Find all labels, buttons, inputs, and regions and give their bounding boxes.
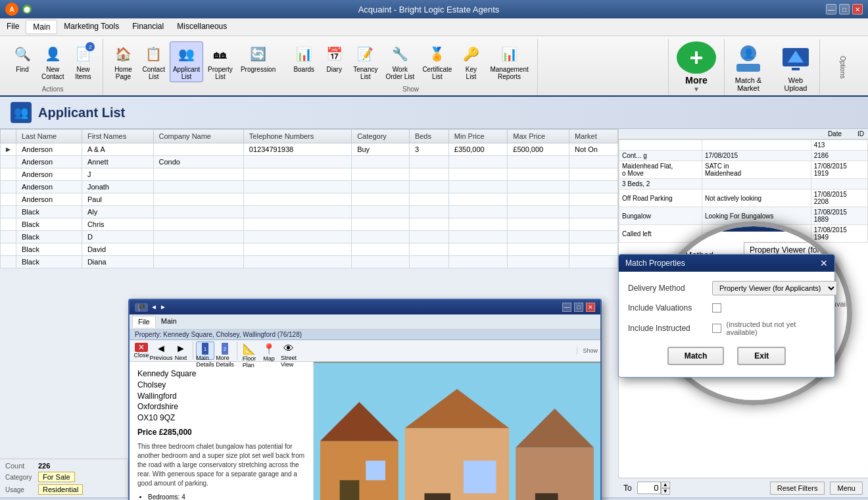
ribbon-btn-match-market[interactable]: 👤 Match &Market bbox=[725, 39, 772, 95]
web-upload-icon bbox=[779, 42, 812, 75]
ribbon-btn-options[interactable]: Options bbox=[819, 39, 865, 95]
cell-market: Not On bbox=[569, 143, 618, 156]
ribbon-nav-buttons: 🏠 HomePage 📋 ContactList 👥 ApplicantList… bbox=[108, 41, 279, 82]
reset-filters-btn[interactable]: Reset Filters bbox=[770, 482, 825, 495]
ribbon-btn-property-list[interactable]: 🏘 PropertyList bbox=[205, 41, 236, 82]
menu-misc[interactable]: Miscellaneous bbox=[170, 20, 233, 34]
svg-rect-16 bbox=[516, 447, 594, 500]
ribbon-btn-new-items[interactable]: 📄 2 NewItems bbox=[68, 41, 97, 82]
minimize-btn[interactable]: — bbox=[826, 4, 836, 14]
ribbon-btn-mgmt[interactable]: 📊 ManagementReports bbox=[487, 41, 531, 82]
table-row[interactable]: Anderson Paul bbox=[1, 193, 618, 206]
ribbon-btn-home[interactable]: 🏠 HomePage bbox=[108, 41, 137, 82]
match-btn[interactable]: Match bbox=[667, 347, 725, 365]
table-row[interactable]: Anderson J bbox=[1, 168, 618, 181]
menu-btn[interactable]: Menu bbox=[830, 482, 863, 495]
ribbon-btn-workorder[interactable]: 🔧 WorkOrder List bbox=[382, 41, 418, 82]
main-details-icon: 1 bbox=[202, 343, 208, 355]
ribbon-btn-applicant-list[interactable]: 👥 ApplicantList bbox=[170, 41, 203, 82]
cell-tel: 01234791938 bbox=[243, 143, 351, 156]
table-row[interactable]: Black Aly bbox=[1, 206, 618, 218]
more-details-icon: 2 bbox=[222, 343, 228, 355]
exit-btn[interactable]: Exit bbox=[737, 347, 786, 365]
popup-map-btn[interactable]: 📍 Map bbox=[260, 341, 278, 360]
table-row[interactable]: ▶ Anderson A & A 01234791938 Buy 3 £350,… bbox=[1, 143, 618, 156]
property-bar: Property: Kennedy Square, Cholsey, Walli… bbox=[130, 330, 600, 340]
category-value: For Sale bbox=[38, 472, 75, 482]
ribbon-btn-certificate[interactable]: 🏅 CertificateList bbox=[419, 41, 455, 82]
table-row[interactable]: Black Chris bbox=[1, 218, 618, 231]
popup-menu-main[interactable]: Main bbox=[156, 316, 182, 328]
menu-file[interactable]: File bbox=[0, 20, 26, 34]
to-spinner[interactable]: 0 ▲ ▼ bbox=[637, 482, 670, 495]
ribbon-btn-progression[interactable]: 🔄 Progression bbox=[237, 41, 279, 75]
popup-menu-file[interactable]: File bbox=[132, 316, 156, 328]
svg-rect-5 bbox=[792, 68, 800, 70]
table-row[interactable]: 3 Beds, 2 bbox=[619, 179, 868, 189]
popup-content: Kennedy Square Cholsey Wallingford Oxfor… bbox=[130, 362, 600, 500]
table-row[interactable]: Maidenhead Flat, o Move SATC in Maidenhe… bbox=[619, 161, 868, 179]
address-county: Wallingford bbox=[137, 391, 305, 402]
popup-flag-icon: 🏴 bbox=[135, 303, 148, 312]
menu-main[interactable]: Main bbox=[26, 20, 57, 34]
ribbon-btn-contact-list[interactable]: 📋 ContactList bbox=[139, 41, 168, 82]
maximize-btn[interactable]: □ bbox=[839, 4, 850, 14]
col-lastname: Last Name bbox=[16, 130, 82, 143]
table-row[interactable]: Anderson Jonath bbox=[1, 181, 618, 193]
popup-main-details-btn[interactable]: 1 MainDetails bbox=[196, 341, 214, 360]
popup-floor-plan-btn[interactable]: 📐 FloorPlan bbox=[240, 341, 258, 360]
popup-close-icon-btn[interactable]: ✕ Close bbox=[132, 341, 151, 360]
table-row[interactable]: Off Road ParkingNot actively looking17/0… bbox=[619, 189, 868, 207]
table-row[interactable]: Black D bbox=[1, 231, 618, 243]
table-row[interactable]: 413 bbox=[619, 140, 868, 151]
ribbon-btn-find[interactable]: 🔍 Find bbox=[8, 41, 37, 75]
popup-next-btn[interactable]: ► Next bbox=[172, 341, 190, 360]
popup-maximize-btn[interactable]: □ bbox=[574, 303, 583, 312]
table-row[interactable]: BungalowLooking For Bungalows17/08/20151… bbox=[619, 207, 868, 225]
delivery-method-select[interactable]: Property Viewer (for Applicants) Email P… bbox=[712, 281, 837, 295]
ribbon-btn-web-upload[interactable]: WebUpload bbox=[772, 39, 819, 95]
table-row[interactable]: Black David bbox=[1, 243, 618, 256]
col-category: Category bbox=[352, 130, 410, 143]
table-row[interactable]: Called left17/08/20151949 bbox=[619, 225, 868, 243]
include-valuations-checkbox[interactable] bbox=[712, 303, 721, 312]
spinner-up[interactable]: ▲ bbox=[661, 482, 670, 488]
ribbon-btn-boards[interactable]: 📊 Boards bbox=[289, 41, 318, 75]
more-label: More bbox=[685, 75, 707, 86]
to-input[interactable]: 0 bbox=[637, 482, 661, 494]
ribbon-actions-buttons: 🔍 Find 👤 NewContact 📄 2 NewItems bbox=[8, 41, 97, 82]
popup-street-view-btn[interactable]: 👁 StreetView bbox=[279, 341, 298, 360]
property-description: This three bedroom chalet bungalow has p… bbox=[137, 442, 305, 488]
match-dialog-close[interactable]: ✕ bbox=[820, 258, 828, 268]
popup-more-details-btn[interactable]: 2 MoreDetails bbox=[216, 341, 234, 360]
menu-financial[interactable]: Financial bbox=[126, 20, 170, 34]
col-arrow bbox=[1, 130, 16, 143]
close-btn[interactable]: ✕ bbox=[852, 4, 863, 14]
popup-close-btn[interactable]: ✕ bbox=[586, 303, 595, 312]
more-section[interactable]: + More ▼ bbox=[668, 39, 725, 95]
spinner-down[interactable]: ▼ bbox=[661, 488, 670, 495]
ribbon-btn-tenancy[interactable]: 📝 TenancyList bbox=[350, 41, 381, 82]
match-properties-dialog: Match Properties ✕ Delivery Method Prope… bbox=[618, 254, 835, 378]
spinner-controls[interactable]: ▲ ▼ bbox=[661, 482, 670, 495]
ribbon-btn-diary[interactable]: 📅 Diary bbox=[320, 41, 349, 75]
table-row[interactable]: Anderson Annett Condo bbox=[1, 156, 618, 168]
detail-bedrooms: Bedrooms: 4 bbox=[148, 493, 305, 500]
new-contact-icon: 👤 bbox=[42, 43, 63, 64]
popup-window-controls[interactable]: — □ ✕ bbox=[562, 303, 595, 312]
popup-back-icon: ◄ bbox=[151, 303, 157, 312]
menu-marketing[interactable]: Marketing Tools bbox=[57, 20, 126, 34]
ribbon-btn-new-contact[interactable]: 👤 NewContact bbox=[38, 41, 67, 82]
logo-icon: A bbox=[5, 3, 18, 16]
popup-minimize-btn[interactable]: — bbox=[562, 303, 571, 312]
right-col-id: ID bbox=[857, 130, 864, 138]
table-row[interactable]: Cont... g17/08/20152186 bbox=[619, 151, 868, 161]
include-instructed-checkbox[interactable] bbox=[712, 324, 721, 333]
popup-previous-btn[interactable]: ◄ Previous bbox=[152, 341, 170, 360]
diary-icon: 📅 bbox=[324, 43, 345, 64]
home-icon: 🏠 bbox=[112, 43, 133, 64]
address-region: Oxfordshire bbox=[137, 401, 305, 413]
ribbon-btn-key[interactable]: 🔑 KeyList bbox=[456, 41, 485, 82]
table-row[interactable]: Black Diana bbox=[1, 256, 618, 268]
window-controls[interactable]: — □ ✕ bbox=[826, 4, 863, 14]
